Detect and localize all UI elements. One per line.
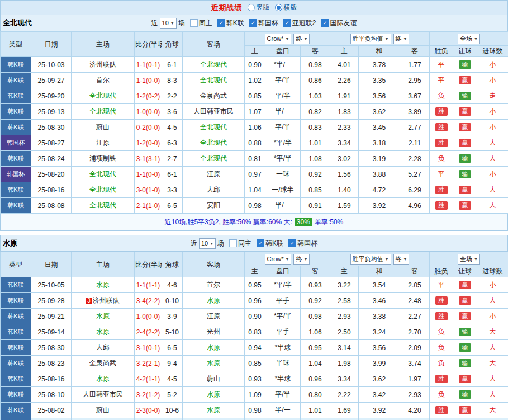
home-team-cell: 全北现代 [72, 104, 135, 120]
euro-away-odds-cell: 2.11 [400, 135, 430, 151]
euro-odds-source-select[interactable]: 胜平负均值▼ [350, 254, 391, 265]
filter-option[interactable]: ✓韩K联 [217, 18, 244, 28]
euro-odds-time-select[interactable]: 终▼ [393, 34, 410, 44]
results-header: 全场▼ [430, 32, 508, 46]
euro-away-odds-cell: 3.67 [400, 88, 430, 104]
scope-select[interactable]: 全场▼ [458, 34, 480, 44]
league-type-cell: 韩K联 [1, 324, 31, 340]
cover-lose-badge: 输 [459, 170, 471, 178]
column-header: 日期 [31, 32, 72, 57]
match-count-select[interactable]: 10▼ [160, 18, 177, 29]
away-team-cell: 蔚山 [183, 371, 245, 387]
result-cell: 胜 [430, 418, 453, 420]
sub-column-header: 主 [330, 46, 359, 57]
vertical-option-label: 竖版 [257, 3, 270, 12]
match-row: 韩K联25-09-27首尔1-1(0-0)8-3全北现代1.02平/半0.862… [1, 73, 508, 88]
checkbox-icon[interactable]: ✓ [249, 19, 257, 27]
match-row: 韩K联25-08-30蔚山0-2(0-0)4-5全北现代1.06平/半0.832… [1, 120, 508, 135]
asian-home-odds-cell: 0.94 [245, 340, 265, 356]
asian-home-odds-cell: 0.91 [245, 418, 265, 420]
checkbox-icon[interactable] [229, 239, 237, 247]
asian-home-odds-cell: 0.95 [245, 277, 265, 293]
checkbox-icon[interactable]: ✓ [257, 239, 264, 247]
checkbox-icon[interactable]: ✓ [217, 19, 225, 27]
corners-cell: 6-1 [162, 57, 183, 73]
goals-result-cell: 小 [477, 120, 508, 135]
select-group: 胜平负均值▼终▼ [331, 34, 429, 44]
chevron-down-icon: ▼ [474, 257, 478, 261]
euro-home-odds-cell: 1.83 [330, 104, 359, 120]
over-under-text: 小 [490, 76, 496, 84]
away-team-name: 金泉尚武 [200, 92, 227, 100]
match-count-select[interactable]: 10▼ [199, 238, 216, 249]
asian-odds-time-select[interactable]: 终▼ [293, 34, 310, 44]
asian-odds-source-select-value: Crow* [267, 35, 284, 42]
column-header: 类型 [1, 32, 31, 57]
asian-home-odds-cell: 0.98 [245, 198, 265, 214]
handicap-result-cell: 输 [453, 57, 477, 73]
euro-draw-odds-cell: 3.62 [359, 104, 400, 120]
sub-column-header: 盘口 [265, 46, 301, 57]
checkbox-icon[interactable]: ✓ [283, 19, 291, 27]
home-team-cell: 3济州联队 [72, 293, 135, 309]
asian-home-odds-cell: 1.04 [245, 182, 265, 198]
sub-column-header: 胜负 [430, 46, 453, 57]
over-under-text: 走 [490, 92, 496, 100]
checkbox-icon[interactable]: ✓ [321, 19, 329, 27]
sub-column-header: 主 [245, 266, 265, 277]
goals-result-cell: 大 [477, 151, 508, 167]
date-cell: 25-08-20 [31, 167, 72, 182]
away-team-cell: 全北现代 [183, 120, 245, 135]
handicap-result-cell: 输 [453, 88, 477, 104]
checkbox-icon[interactable] [190, 19, 198, 27]
asian-odds-source-select[interactable]: Crow*▼ [265, 34, 292, 44]
filter-option[interactable]: 同主 [229, 239, 251, 248]
corners-cell: 3-3 [162, 182, 183, 198]
layout-option-vertical[interactable]: 竖版 [248, 3, 270, 12]
result-text: 负 [438, 359, 445, 367]
euro-draw-odds-cell: 3.62 [359, 371, 400, 387]
horizontal-radio-icon[interactable] [275, 4, 282, 11]
checkbox-icon[interactable]: ✓ [288, 239, 296, 247]
asian-away-odds-cell: 1.04 [301, 356, 330, 371]
date-cell: 25-09-27 [31, 73, 72, 88]
cover-lose-badge: 输 [459, 60, 471, 69]
asian-odds-source-select[interactable]: Crow*▼ [265, 254, 292, 265]
euro-away-odds-cell: 2.09 [400, 340, 430, 356]
euro-odds-time-select[interactable]: 终▼ [393, 254, 410, 265]
euro-odds-source-select[interactable]: 胜平负均值▼ [350, 34, 391, 44]
filter-option[interactable]: 同主 [190, 18, 212, 28]
vertical-radio-icon[interactable] [248, 4, 255, 11]
euro-draw-odds-cell: 3.35 [359, 73, 400, 88]
asian-odds-time-select[interactable]: 终▼ [293, 254, 310, 265]
scope-select[interactable]: 全场▼ [458, 254, 480, 265]
filter-option[interactable]: ✓韩K联 [257, 239, 283, 248]
score-cell: 1-1(0-1) [135, 57, 162, 73]
layout-option-horizontal[interactable]: 横版 [275, 3, 297, 12]
match-row: 韩国杯25-08-20全北现代1-1(0-0)6-1江原0.97一球0.921.… [1, 167, 508, 182]
corners-cell: 6-5 [162, 198, 183, 214]
home-team-name: 金泉尚武 [89, 359, 116, 367]
score-cell: 1-1(0-0) [135, 167, 162, 182]
asian-odds-source-select-value: Crow* [267, 256, 284, 262]
filter-option[interactable]: ✓韩国杯 [288, 239, 317, 248]
chevron-down-icon: ▼ [403, 257, 407, 261]
handicap-cell: 半/一 [265, 104, 301, 120]
away-team-cell: 水原 [183, 387, 245, 403]
date-cell: 25-08-16 [31, 182, 72, 198]
section-header-bar: 水原近10▼场同主✓韩K联✓韩国杯 [0, 235, 508, 252]
handicap-cell: *半/一 [265, 57, 301, 73]
filter-option[interactable]: ✓韩国杯 [249, 18, 278, 28]
result-text: 负 [438, 343, 445, 351]
euro-home-odds-cell: 1.59 [330, 198, 359, 214]
filter-option[interactable]: ✓国际友谊 [321, 18, 357, 28]
handicap-result-cell: 赢 [453, 371, 477, 387]
goals-result-cell: 大 [477, 135, 508, 151]
match-count-select-value: 10 [201, 240, 208, 247]
filter-option[interactable]: ✓亚冠联2 [283, 18, 316, 28]
away-team-cell: 大邱 [183, 182, 245, 198]
euro-home-odds-cell: 3.02 [330, 151, 359, 167]
away-team-name: 大邱 [207, 186, 220, 194]
handicap-result-cell: 输 [453, 324, 477, 340]
euro-home-odds-cell: 3.34 [330, 135, 359, 151]
